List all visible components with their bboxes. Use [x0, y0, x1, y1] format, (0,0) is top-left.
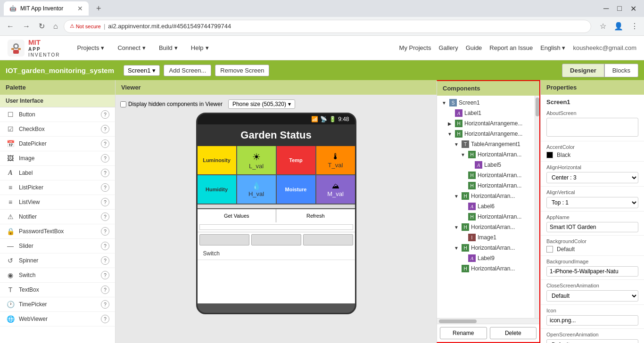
browser-tab[interactable]: 🤖 MIT App Inventor ✕ [4, 1, 89, 16]
palette-item-switch[interactable]: ◉ Switch ? [0, 268, 115, 283]
spinner-help[interactable]: ? [101, 256, 109, 265]
remove-screen-button[interactable]: Remove Screen [215, 65, 269, 76]
close-window-button[interactable]: ✕ [627, 2, 640, 15]
screen-selector[interactable]: Screen1 ▾ [124, 65, 160, 76]
tree-item-harr4[interactable]: H HorizontalArran... [437, 170, 535, 180]
palette-item-timepicker[interactable]: 🕐 TimePicker ? [0, 297, 115, 312]
nav-connect[interactable]: Connect ▾ [112, 41, 151, 54]
passwordtextbox-help[interactable]: ? [101, 227, 109, 236]
maximize-button[interactable]: □ [613, 2, 626, 15]
accentcolor-swatch[interactable] [546, 152, 553, 158]
checkbox-help[interactable]: ? [101, 125, 109, 133]
address-bar[interactable]: ⚠ Not secure | ai2.appinventor.mit.edu/#… [64, 20, 591, 33]
new-tab-button[interactable]: + [92, 2, 105, 16]
nav-build[interactable]: Build ▾ [153, 41, 183, 54]
palette-item-slider[interactable]: — Slider ? [0, 239, 115, 253]
tree-scrollbar[interactable] [535, 96, 539, 318]
my-projects-link[interactable]: My Projects [399, 44, 431, 51]
tree-item-screen1[interactable]: ▼ S Screen1 [437, 98, 535, 108]
tree-item-label6[interactable]: A Label6 [437, 201, 535, 212]
nav-help[interactable]: Help ▾ [185, 41, 215, 54]
blocks-tab[interactable]: Blocks [604, 64, 638, 77]
webviewer-help[interactable]: ? [101, 315, 109, 323]
listview-help[interactable]: ? [101, 198, 109, 206]
tree-item-harr6[interactable]: ▼ H HorizontalArran... [437, 191, 535, 201]
openscreenanimation-select[interactable]: Default [546, 339, 638, 343]
designer-tab[interactable]: Designer [562, 64, 604, 77]
report-issue-link[interactable]: Report an Issue [489, 44, 533, 51]
harr9-toggle[interactable]: ▼ [453, 245, 460, 251]
slider-help[interactable]: ? [101, 242, 109, 250]
tree-item-label5[interactable]: A Label5 [437, 160, 535, 170]
tree-item-label1[interactable]: A Label1 [437, 108, 535, 118]
bottom-btn-2[interactable] [251, 234, 301, 245]
tree-item-harr8[interactable]: ▼ H HorizontalArran... [437, 222, 535, 232]
home-button[interactable]: ⌂ [50, 20, 61, 33]
delete-button[interactable]: Delete [490, 327, 537, 339]
tree-item-harr7[interactable]: H HorizontalArran... [437, 212, 535, 222]
hidden-components-toggle[interactable]: Display hidden components in Viewer [120, 101, 223, 107]
language-selector[interactable]: English ▾ [540, 44, 565, 51]
tree-item-harr10[interactable]: H HorizontalArran... [437, 263, 535, 274]
refresh-button[interactable]: ↻ [36, 20, 48, 33]
tree-item-harr2[interactable]: ▼ H HorizontalArrangeme... [437, 129, 535, 139]
tree-item-harr9[interactable]: ▼ H HorizontalArran... [437, 243, 535, 253]
closescreenanimation-select[interactable]: Default [546, 290, 638, 302]
gallery-link[interactable]: Gallery [438, 44, 458, 51]
user-account[interactable]: kousheekc@gmail.com [573, 44, 636, 51]
palette-item-listpicker[interactable]: ≡ ListPicker ? [0, 180, 115, 195]
hidden-components-checkbox[interactable] [120, 101, 126, 107]
tree-item-label9[interactable]: A Label9 [437, 253, 535, 263]
listpicker-help[interactable]: ? [101, 183, 109, 192]
palette-item-listview[interactable]: ≡ ListView ? [0, 195, 115, 210]
harr8-toggle[interactable]: ▼ [453, 225, 460, 230]
get-values-button[interactable]: Get Values [198, 209, 277, 222]
palette-item-checkbox[interactable]: ☑ CheckBox ? [0, 122, 115, 137]
screen1-toggle[interactable]: ▼ [441, 100, 447, 106]
alignvertical-select[interactable]: Top : 1 Center : 2 Bottom : 3 [546, 197, 638, 208]
rename-button[interactable]: Rename [440, 327, 487, 339]
palette-item-label[interactable]: A Label ? [0, 166, 115, 180]
appname-input[interactable] [546, 222, 638, 232]
harr1-toggle[interactable]: ▶ [446, 121, 453, 126]
tree-item-harr1[interactable]: ▶ H HorizontalArrangeme... [437, 118, 535, 129]
aboutscreen-input[interactable] [546, 118, 638, 137]
label-help[interactable]: ? [101, 169, 109, 177]
button-help[interactable]: ? [101, 110, 109, 119]
hscroll-thumb[interactable] [439, 319, 477, 323]
palette-item-spinner[interactable]: ↺ Spinner ? [0, 253, 115, 268]
minimize-button[interactable]: ─ [600, 2, 612, 15]
palette-item-textbox[interactable]: T TextBox ? [0, 283, 115, 297]
icon-input[interactable] [546, 315, 638, 326]
refresh-button-app[interactable]: Refresh [276, 209, 355, 222]
tree-item-image1[interactable]: I Image1 [437, 232, 535, 243]
palette-item-datepicker[interactable]: 📅 DatePicker ? [0, 137, 115, 151]
tab-close-icon[interactable]: ✕ [77, 5, 83, 12]
add-screen-button[interactable]: Add Screen... [164, 65, 211, 76]
tree-item-harr5[interactable]: H HorizontalArran... [437, 180, 535, 191]
switch-help[interactable]: ? [101, 271, 109, 279]
profile-icon[interactable]: 👤 [612, 20, 625, 33]
menu-icon[interactable]: ⋮ [629, 20, 640, 33]
palette-item-notifier[interactable]: ⚠ Notifier ? [0, 210, 115, 224]
timepicker-help[interactable]: ? [101, 300, 109, 309]
nav-projects[interactable]: Projects ▾ [72, 41, 110, 54]
harr3-toggle[interactable]: ▼ [460, 152, 466, 157]
guide-link[interactable]: Guide [466, 44, 482, 51]
alignhorizontal-select[interactable]: Center : 3 Left : 1 Right : 2 [546, 172, 638, 183]
table1-toggle[interactable]: ▼ [453, 142, 460, 147]
phone-size-selector[interactable]: Phone size (505,320) ▾ [228, 99, 295, 109]
tree-item-harr3[interactable]: ▼ H HorizontalArran... [437, 149, 535, 160]
bottom-btn-3[interactable] [303, 234, 353, 245]
palette-item-image[interactable]: 🖼 Image ? [0, 151, 115, 166]
notifier-help[interactable]: ? [101, 212, 109, 221]
image-help[interactable]: ? [101, 154, 109, 163]
datepicker-help[interactable]: ? [101, 139, 109, 148]
backgroundcolor-swatch[interactable] [546, 246, 553, 253]
forward-button[interactable]: → [20, 20, 33, 33]
tree-hscroll[interactable] [437, 318, 539, 324]
bookmark-icon[interactable]: ☆ [598, 20, 608, 33]
vscroll-thumb[interactable] [536, 98, 539, 116]
palette-item-passwordtextbox[interactable]: 🔒 PasswordTextBox ? [0, 224, 115, 239]
harr2-toggle[interactable]: ▼ [446, 131, 453, 137]
